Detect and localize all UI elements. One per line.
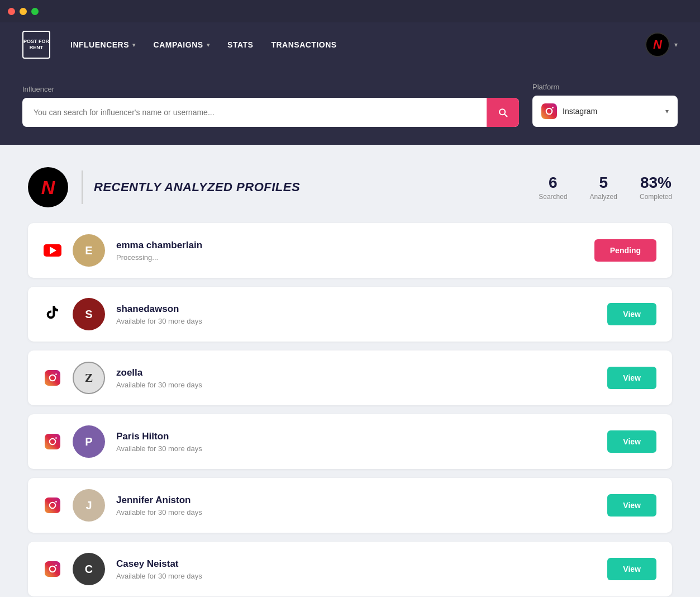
platform-dropdown-arrow: ▾ — [665, 107, 669, 115]
shane-name: shanedawson — [116, 304, 596, 315]
netflix-big-avatar: N — [28, 167, 68, 207]
navbar-right: N ▾ — [645, 32, 678, 57]
emma-info: emma chamberlain Processing... — [116, 240, 583, 262]
instagram-platform-icon-3 — [44, 433, 61, 451]
casey-name: Casey Neistat — [116, 558, 596, 570]
search-input[interactable] — [22, 100, 487, 125]
youtube-platform-icon — [44, 241, 61, 259]
svg-point-8 — [55, 437, 57, 439]
emma-action-button[interactable]: Pending — [594, 239, 656, 262]
analyzed-label: Analyzed — [590, 193, 617, 201]
stat-searched: 6 Searched — [539, 174, 567, 201]
casey-action-button[interactable]: View — [607, 558, 656, 580]
minimize-button[interactable] — [20, 8, 27, 15]
paris-status: Available for 30 more days — [116, 444, 596, 453]
close-button[interactable] — [8, 8, 15, 15]
svg-rect-12 — [45, 561, 60, 577]
profile-card-0: E emma chamberlain Processing... Pending — [28, 223, 672, 278]
netflix-logo: N — [653, 37, 662, 52]
navbar-left: POST FOR RENT INFLUENCERS ▾ CAMPAIGNS ▾ … — [22, 31, 337, 59]
maximize-button[interactable] — [31, 8, 39, 15]
influencer-label: Influencer — [22, 85, 519, 93]
nav-item-stats[interactable]: STATS — [227, 40, 253, 49]
logo-text: POST FOR RENT — [23, 39, 49, 51]
casey-info: Casey Neistat Available for 30 more days — [116, 558, 596, 580]
profile-stats: 6 Searched 5 Analyzed 83% Completed — [539, 174, 672, 201]
searched-value: 6 — [539, 174, 567, 192]
jennifer-avatar: J — [73, 489, 105, 522]
profile-card-5: C Casey Neistat Available for 30 more da… — [28, 542, 672, 596]
chevron-down-icon: ▾ — [207, 42, 210, 48]
shane-status: Available for 30 more days — [116, 317, 596, 325]
platform-group: Platform Instagram ▾ — [532, 83, 678, 127]
title-bar — [0, 0, 700, 22]
tiktok-platform-icon — [44, 305, 61, 323]
emma-status: Processing... — [116, 253, 583, 262]
search-area: Influencer Platform — [0, 67, 700, 145]
emma-name: emma chamberlain — [116, 240, 583, 251]
stat-analyzed: 5 Analyzed — [590, 174, 617, 201]
profile-card-3: P Paris Hilton Available for 30 more day… — [28, 414, 672, 469]
shane-avatar: S — [73, 298, 105, 330]
emma-avatar: E — [73, 234, 105, 267]
search-input-wrap — [22, 98, 519, 127]
instagram-icon-4 — [45, 498, 60, 513]
zoella-action-button[interactable]: View — [607, 367, 656, 389]
account-dropdown-arrow[interactable]: ▾ — [674, 41, 678, 49]
casey-status: Available for 30 more days — [116, 572, 596, 580]
section-title: RECENTLY ANALYZED PROFILES — [94, 180, 300, 195]
stat-completed: 83% Completed — [640, 174, 672, 201]
chevron-down-icon: ▾ — [132, 42, 136, 48]
paris-avatar: P — [73, 425, 105, 458]
instagram-platform-icon-2 — [44, 369, 61, 387]
youtube-icon — [44, 244, 61, 257]
paris-name: Paris Hilton — [116, 431, 596, 442]
paris-action-button[interactable]: View — [607, 430, 656, 453]
jennifer-action-button[interactable]: View — [607, 494, 656, 517]
shane-info: shanedawson Available for 30 more days — [116, 304, 596, 325]
main-content: N RECENTLY ANALYZED PROFILES 6 Searched … — [0, 145, 700, 597]
platform-value: Instagram — [563, 107, 660, 116]
logo[interactable]: POST FOR RENT — [22, 31, 50, 59]
profile-header: N RECENTLY ANALYZED PROFILES 6 Searched … — [28, 167, 672, 207]
shane-action-button[interactable]: View — [607, 303, 656, 325]
svg-rect-3 — [45, 370, 60, 386]
netflix-big-logo: N — [41, 177, 55, 198]
svg-rect-9 — [45, 498, 60, 513]
zoella-info: zoella Available for 30 more days — [116, 367, 596, 389]
zoella-status: Available for 30 more days — [116, 381, 596, 389]
instagram-icon-3 — [45, 434, 60, 449]
casey-avatar: C — [73, 553, 105, 585]
svg-point-2 — [552, 107, 554, 108]
platform-label: Platform — [532, 83, 678, 91]
instagram-icon — [541, 103, 557, 119]
jennifer-name: Jennifer Aniston — [116, 495, 596, 506]
svg-point-14 — [55, 565, 57, 566]
youtube-play-icon — [50, 247, 56, 254]
influencer-search-group: Influencer — [22, 85, 519, 127]
jennifer-status: Available for 30 more days — [116, 508, 596, 517]
user-avatar[interactable]: N — [645, 32, 670, 57]
navbar: POST FOR RENT INFLUENCERS ▾ CAMPAIGNS ▾ … — [0, 22, 700, 67]
platform-select[interactable]: Instagram ▾ — [532, 96, 678, 127]
nav-item-campaigns[interactable]: CAMPAIGNS ▾ — [154, 40, 210, 49]
profile-card-2: Z zoella Available for 30 more days View — [28, 350, 672, 405]
zoella-name: zoella — [116, 367, 596, 378]
instagram-icon-5 — [45, 561, 60, 577]
search-icon — [497, 107, 508, 118]
zoella-avatar: Z — [73, 362, 105, 394]
nav-item-influencers[interactable]: INFLUENCERS ▾ — [70, 40, 136, 49]
svg-point-5 — [55, 373, 57, 375]
completed-value: 83% — [640, 174, 672, 192]
instagram-platform-icon-4 — [44, 496, 61, 514]
nav-item-transactions[interactable]: TRANSACTIONS — [271, 40, 336, 49]
completed-label: Completed — [640, 193, 672, 201]
profile-card-4: J Jennifer Aniston Available for 30 more… — [28, 478, 672, 533]
analyzed-value: 5 — [590, 174, 617, 192]
search-button[interactable] — [487, 98, 519, 127]
svg-rect-6 — [45, 434, 60, 449]
divider — [82, 170, 83, 204]
svg-rect-0 — [541, 103, 557, 119]
svg-point-11 — [55, 501, 57, 503]
profile-card-1: S shanedawson Available for 30 more days… — [28, 287, 672, 342]
